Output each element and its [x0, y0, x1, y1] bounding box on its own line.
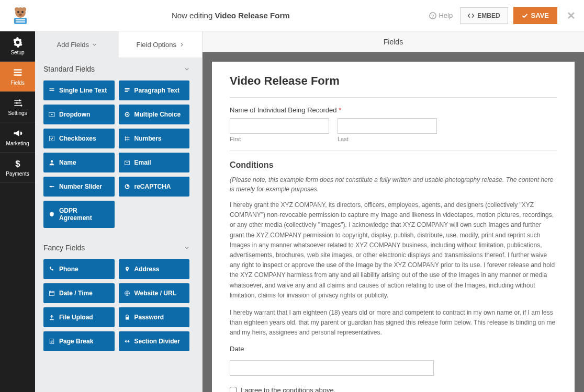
field-label: Website / URL — [134, 290, 176, 297]
date-label: Date — [230, 345, 557, 353]
field-standard-multiple-choice[interactable]: Multiple Choice — [119, 105, 190, 124]
field-label: Phone — [59, 266, 78, 273]
chevron-down-icon — [92, 42, 97, 47]
field-label: Multiple Choice — [134, 111, 181, 118]
dollar-icon: $ — [13, 158, 23, 169]
svg-rect-6 — [14, 18, 27, 24]
tab-add-fields[interactable]: Add Fields — [35, 31, 119, 57]
form-canvas: Video Release Form Name of Individual Be… — [212, 62, 575, 392]
paragraph-icon — [124, 87, 130, 94]
svg-rect-13 — [14, 74, 21, 76]
form-title: Video Release Form — [230, 74, 557, 88]
list-icon — [13, 67, 23, 78]
svg-point-2 — [22, 7, 26, 11]
lock-icon — [124, 314, 130, 320]
app-logo — [8, 4, 32, 27]
svg-text:$: $ — [15, 159, 20, 169]
field-fancy-page-break[interactable]: Page Break — [43, 331, 115, 351]
field-standard-paragraph-text[interactable]: Paragraph Text — [119, 80, 190, 100]
nav-fields[interactable]: Fields — [0, 62, 35, 92]
field-standard-gdpr-agreement[interactable]: GDPR Agreement — [43, 201, 115, 228]
field-label: GDPR Agreement — [59, 207, 109, 222]
field-standard-email[interactable]: Email — [119, 153, 190, 172]
field-fancy-password[interactable]: Password — [119, 307, 190, 327]
field-standard-dropdown[interactable]: Dropdown — [43, 105, 115, 124]
svg-rect-28 — [126, 317, 129, 319]
chevron-down-icon — [184, 245, 189, 250]
tab-field-options[interactable]: Field Options — [119, 31, 203, 57]
agree-label: I agree to the conditions above. — [241, 386, 335, 392]
svg-rect-8 — [16, 21, 25, 22]
name-label: Name of Individual Being Recorded * — [230, 106, 557, 114]
sliders-icon — [13, 98, 23, 108]
svg-point-4 — [21, 11, 24, 13]
text-icon — [49, 87, 55, 94]
slider-icon — [49, 183, 55, 190]
help-link[interactable]: ? Help — [429, 11, 453, 19]
conditions-para2: I hereby warrant that I am eighteen (18)… — [230, 308, 557, 338]
date-input[interactable] — [230, 360, 434, 376]
field-label: File Upload — [59, 314, 93, 321]
nav-payments[interactable]: $ Payments — [0, 153, 35, 183]
chevron-down-icon — [184, 66, 189, 72]
preview-area: Fields Video Release Form Name of Indivi… — [203, 31, 584, 392]
field-standard-name[interactable]: Name — [43, 153, 115, 172]
svg-point-3 — [17, 11, 19, 13]
field-fancy-date-time[interactable]: Date / Time — [43, 283, 115, 303]
svg-point-20 — [126, 114, 128, 116]
editing-title: Now editing Video Release Form — [32, 11, 429, 20]
field-standard-number-slider[interactable]: Number Slider — [43, 177, 115, 197]
pin-icon — [124, 266, 130, 272]
nav-settings[interactable]: Settings — [0, 92, 35, 122]
upload-icon — [49, 314, 55, 320]
last-name-input[interactable] — [338, 118, 437, 134]
bullhorn-icon — [13, 128, 23, 139]
svg-point-24 — [50, 186, 52, 188]
field-fancy-phone[interactable]: Phone — [43, 259, 115, 279]
field-standard-single-line-text[interactable]: Single Line Text — [43, 80, 115, 100]
nav-marketing[interactable]: Marketing — [0, 122, 35, 153]
save-button[interactable]: SAVE — [513, 7, 557, 24]
field-label: Page Break — [59, 338, 93, 345]
field-label: Date / Time — [59, 290, 93, 297]
agree-checkbox[interactable] — [230, 387, 237, 392]
field-standard-numbers[interactable]: Numbers — [119, 129, 190, 148]
svg-rect-26 — [50, 291, 54, 295]
radio-icon — [124, 111, 130, 118]
nav-setup[interactable]: Setup — [0, 31, 35, 62]
field-label: Name — [59, 159, 76, 166]
field-label: Password — [134, 314, 164, 321]
calendar-icon — [49, 290, 55, 296]
field-label: Numbers — [134, 135, 162, 142]
conditions-note: (Please note, this example form does not… — [230, 175, 557, 194]
field-label: reCAPTCHA — [134, 183, 171, 190]
topbar: Now editing Video Release Form ? Help EM… — [0, 0, 584, 31]
check-icon — [522, 13, 528, 19]
field-fancy-section-divider[interactable]: Section Divider — [119, 331, 190, 351]
dropdown-icon — [49, 111, 55, 118]
section-fancy-fields[interactable]: Fancy Fields — [35, 236, 198, 259]
field-fancy-file-upload[interactable]: File Upload — [43, 307, 115, 327]
google-icon — [124, 183, 130, 190]
field-label: Address — [134, 266, 160, 273]
field-fancy-website-url[interactable]: Website / URL — [119, 283, 190, 303]
mail-icon — [124, 159, 130, 166]
svg-point-22 — [51, 160, 53, 163]
preview-header: Fields — [203, 31, 584, 52]
field-label: Dropdown — [59, 111, 90, 118]
divider-icon — [124, 338, 130, 344]
field-standard-recaptcha[interactable]: reCAPTCHA — [119, 177, 190, 197]
chevron-right-icon — [179, 42, 184, 47]
section-standard-fields[interactable]: Standard Fields — [35, 57, 198, 80]
embed-button[interactable]: EMBED — [460, 7, 508, 24]
globe-icon — [124, 290, 130, 296]
first-sublabel: First — [230, 136, 329, 142]
conditions-title: Conditions — [230, 160, 557, 170]
close-button[interactable]: ✕ — [567, 9, 576, 22]
fields-sidebar: Add Fields Field Options Standard Fields… — [35, 31, 203, 392]
field-standard-checkboxes[interactable]: Checkboxes — [43, 129, 115, 148]
field-fancy-address[interactable]: Address — [119, 259, 190, 279]
first-name-input[interactable] — [230, 118, 329, 134]
svg-point-5 — [19, 14, 22, 16]
svg-point-25 — [126, 268, 127, 269]
